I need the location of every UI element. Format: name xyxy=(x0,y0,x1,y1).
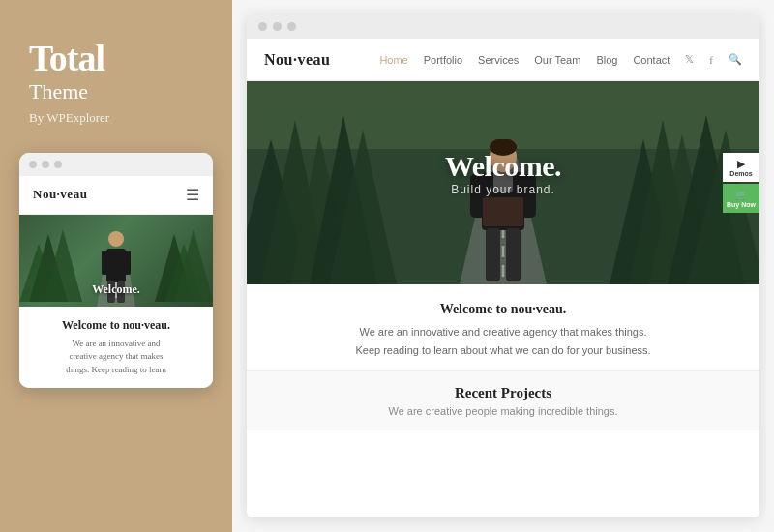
svg-rect-36 xyxy=(506,228,521,281)
site-brand: Nou·veau xyxy=(264,51,330,69)
browser-window: Nou·veau Home Portfolio Services Our Tea… xyxy=(247,15,759,517)
site-nav: Nou·veau Home Portfolio Services Our Tea… xyxy=(247,39,759,81)
mobile-content-title: Welcome to nou·veau. xyxy=(33,318,199,333)
svg-rect-10 xyxy=(102,251,109,275)
mobile-dot-1 xyxy=(29,161,37,168)
product-title: Total xyxy=(19,39,213,79)
nav-contact[interactable]: Contact xyxy=(633,54,670,66)
mobile-nav: Nou·veau ☰ xyxy=(19,176,213,215)
cart-icon: 🛒 xyxy=(735,190,747,200)
mobile-content-text: We are an innovative andcreative agency … xyxy=(33,338,199,377)
hero-side-buttons: ▶ Demos 🛒 Buy Now xyxy=(723,153,759,213)
browser-chrome xyxy=(247,15,759,39)
mobile-content: Welcome to nou·veau. We are an innovativ… xyxy=(19,307,213,389)
left-panel: Total Theme By WPExplorer Nou·veau ☰ xyxy=(0,0,232,532)
site-content-text-1: We are an innovative and creative agency… xyxy=(276,323,730,341)
nav-blog[interactable]: Blog xyxy=(596,54,617,66)
site-content-title: Welcome to nou·veau. xyxy=(276,302,730,317)
site-hero: Welcome. Build your brand. ▶ Demos 🛒 Buy… xyxy=(247,81,759,284)
site-content: Welcome to nou·veau. We are an innovativ… xyxy=(247,284,759,370)
demos-button[interactable]: ▶ Demos xyxy=(723,153,759,182)
nav-services[interactable]: Services xyxy=(478,54,519,66)
buy-button[interactable]: 🛒 Buy Now xyxy=(723,184,759,213)
demos-label: Demos xyxy=(729,170,752,177)
buy-label: Buy Now xyxy=(727,201,756,208)
mobile-mockup: Nou·veau ☰ xyxy=(19,153,213,389)
nav-our-team[interactable]: Our Team xyxy=(534,54,580,66)
site-nav-links: Home Portfolio Services Our Team Blog Co… xyxy=(379,53,742,66)
mobile-dot-3 xyxy=(54,161,62,168)
nav-portfolio[interactable]: Portfolio xyxy=(424,54,462,66)
mobile-dot-2 xyxy=(42,161,49,168)
search-icon[interactable]: 🔍 xyxy=(729,53,742,66)
site-content-text-2: Keep reading to learn about what we can … xyxy=(276,341,730,360)
hero-tagline-text: Build your brand. xyxy=(445,183,561,196)
twitter-icon[interactable]: 𝕏 xyxy=(685,53,694,66)
mobile-hero: Welcome. xyxy=(19,215,213,307)
svg-point-8 xyxy=(108,231,124,247)
recent-projects-sub: We are creative people making incredible… xyxy=(276,405,730,417)
facebook-icon[interactable]: f xyxy=(709,54,713,66)
svg-rect-35 xyxy=(486,228,500,281)
product-subtitle: Theme xyxy=(19,79,213,104)
right-panel: Nou·veau Home Portfolio Services Our Tea… xyxy=(232,0,774,532)
mobile-hero-welcome: Welcome. xyxy=(92,282,140,297)
nav-home[interactable]: Home xyxy=(379,54,407,66)
svg-rect-11 xyxy=(123,251,131,275)
mobile-brand: Nou·veau xyxy=(33,187,87,202)
mobile-top-bar xyxy=(19,153,213,176)
recent-projects-title: Recent Projects xyxy=(276,385,730,401)
browser-dot-2 xyxy=(273,22,282,31)
browser-dot-1 xyxy=(258,22,267,31)
product-author: By WPExplorer xyxy=(19,110,213,126)
hero-welcome-text: Welcome. xyxy=(445,150,561,183)
browser-content: Nou·veau Home Portfolio Services Our Tea… xyxy=(247,39,759,517)
svg-rect-34 xyxy=(483,197,523,226)
recent-projects-section: Recent Projects We are creative people m… xyxy=(247,370,759,430)
mobile-hamburger-icon[interactable]: ☰ xyxy=(186,186,199,204)
browser-dot-3 xyxy=(287,22,296,31)
demos-icon: ▶ xyxy=(737,159,745,169)
hero-text: Welcome. Build your brand. xyxy=(445,150,561,196)
